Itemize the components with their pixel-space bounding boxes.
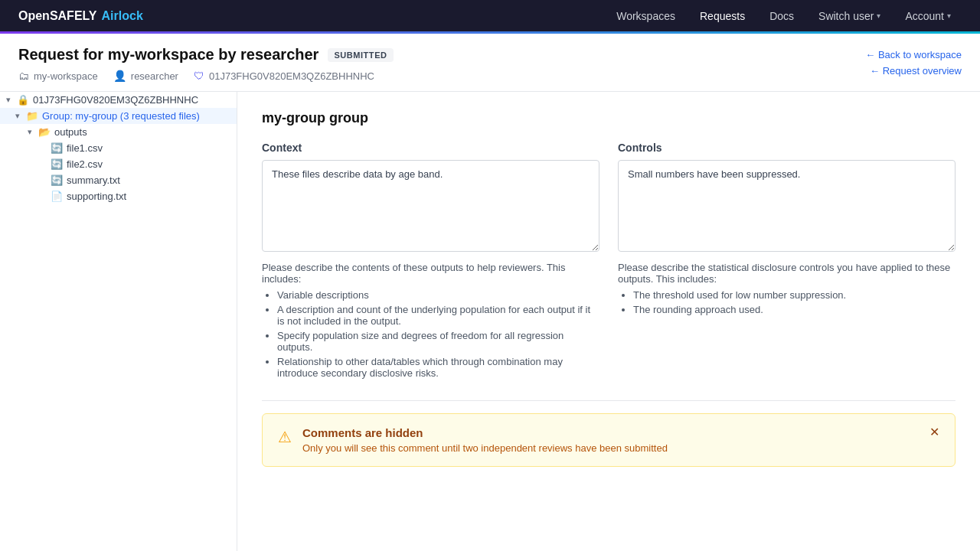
controls-bullet-1: The threshold used for low number suppre… <box>633 289 956 301</box>
tree-root-label: 01J73FHG0V820EM3QZ6ZBHHNHC <box>33 94 198 106</box>
navbar: OpenSAFELY Airlock Workspaces Requests D… <box>0 0 980 34</box>
meta-workspace: 🗂 my-workspace <box>18 70 98 82</box>
root-chevron-icon: ▾ <box>6 95 17 105</box>
body-layout: ▾ 🔒 01J73FHG0V820EM3QZ6ZBHHNHC ▾ 📁 Group… <box>0 92 980 551</box>
workspace-value: my-workspace <box>34 70 98 82</box>
group-icon: 📁 <box>26 110 38 122</box>
status-badge: SUBMITTED <box>328 48 393 62</box>
group-title: my-group group <box>262 110 956 126</box>
context-description: Please describe the contents of these ou… <box>262 262 599 379</box>
file-orange-icon-2: 🔄 <box>51 158 63 170</box>
banner-text: Only you will see this comment until two… <box>302 442 668 454</box>
nav-account[interactable]: Account ▾ <box>894 4 962 28</box>
account-chevron-icon: ▾ <box>947 11 951 20</box>
researcher-icon: 👤 <box>113 70 126 82</box>
controls-textarea[interactable] <box>618 160 956 252</box>
tree-file1[interactable]: ▸ 🔄 file1.csv <box>0 140 237 156</box>
context-bullet-1: Variable descriptions <box>277 289 599 301</box>
page-header: Request for my-workspace by researcher S… <box>0 34 980 92</box>
tree-group-label: Group: my-group (3 requested files) <box>42 110 200 122</box>
tree-summary-label: summary.txt <box>67 174 120 186</box>
brand: OpenSAFELY Airlock <box>18 9 143 23</box>
shield-icon: 🛡 <box>194 70 204 82</box>
controls-section: Controls Please describe the statistical… <box>618 142 956 382</box>
banner-title: Comments are hidden <box>302 426 668 439</box>
controls-bullet-2: The rounding approach used. <box>633 304 956 315</box>
lock-icon: 🔒 <box>17 94 29 106</box>
context-section: Context Please describe the contents of … <box>262 142 599 382</box>
tree-root[interactable]: ▾ 🔒 01J73FHG0V820EM3QZ6ZBHHNHC <box>0 92 237 108</box>
context-textarea[interactable] <box>262 160 599 252</box>
context-label: Context <box>262 142 599 154</box>
tree-file1-label: file1.csv <box>67 142 103 154</box>
nav-docs[interactable]: Docs <box>759 4 805 28</box>
nav-requests[interactable]: Requests <box>689 4 756 28</box>
tree-outputs-label: outputs <box>54 126 87 138</box>
comments-banner: ⚠ Comments are hidden Only you will see … <box>262 413 956 467</box>
nav-switch-user[interactable]: Switch user ▾ <box>808 4 891 28</box>
brand-opensafely: OpenSAFELY <box>18 9 97 23</box>
meta-id: 🛡 01J73FHG0V820EM3QZ6ZBHHNHC <box>194 70 374 82</box>
request-id: 01J73FHG0V820EM3QZ6ZBHHNHC <box>209 70 374 82</box>
group-chevron-icon: ▾ <box>15 111 26 121</box>
controls-label: Controls <box>618 142 956 154</box>
page-title: Request for my-workspace by researcher <box>18 46 318 64</box>
controls-description: Please describe the statistical disclosu… <box>618 262 956 315</box>
tree-supporting[interactable]: ▸ 📄 supporting.txt <box>0 188 237 204</box>
workspace-icon: 🗂 <box>18 70 29 82</box>
tree-outputs[interactable]: ▾ 📂 outputs <box>0 124 237 140</box>
controls-bullets: The threshold used for low number suppre… <box>633 289 956 315</box>
nav-workspaces[interactable]: Workspaces <box>606 4 686 28</box>
switch-user-chevron-icon: ▾ <box>877 11 880 20</box>
outputs-chevron-icon: ▾ <box>28 127 38 137</box>
request-overview-link[interactable]: ← Request overview <box>865 65 962 77</box>
meta-researcher: 👤 researcher <box>113 70 178 82</box>
file-gray-icon: 📄 <box>51 191 63 202</box>
folder-icon: 📂 <box>38 126 51 138</box>
page-meta: 🗂 my-workspace 👤 researcher 🛡 01J73FHG0V… <box>18 70 394 82</box>
tree-file2-label: file2.csv <box>67 158 103 170</box>
page-header-right: ← Back to workspace ← Request overview <box>865 49 962 77</box>
tree-supporting-label: supporting.txt <box>67 191 126 202</box>
page-header-left: Request for my-workspace by researcher S… <box>18 46 394 82</box>
researcher-value: researcher <box>131 70 178 82</box>
file-orange-icon-1: 🔄 <box>51 142 63 154</box>
warning-icon: ⚠ <box>278 428 292 446</box>
tree-group[interactable]: ▾ 📁 Group: my-group (3 requested files) <box>0 108 237 124</box>
context-controls-grid: Context Please describe the contents of … <box>262 142 956 382</box>
context-bullet-3: Specify population size and degrees of f… <box>277 330 599 353</box>
context-bullet-2: A description and count of the underlyin… <box>277 304 599 327</box>
sidebar: ▾ 🔒 01J73FHG0V820EM3QZ6ZBHHNHC ▾ 📁 Group… <box>0 92 237 551</box>
tree-summary[interactable]: ▸ 🔄 summary.txt <box>0 172 237 188</box>
banner-content: Comments are hidden Only you will see th… <box>302 426 668 454</box>
back-to-workspace-link[interactable]: ← Back to workspace <box>865 49 962 60</box>
file-orange-icon-3: 🔄 <box>51 174 63 186</box>
tree-file2[interactable]: ▸ 🔄 file2.csv <box>0 156 237 172</box>
navbar-links: Workspaces Requests Docs Switch user ▾ A… <box>606 4 962 28</box>
brand-airlock: Airlock <box>102 9 143 23</box>
context-bullet-4: Relationship to other data/tables which … <box>277 356 599 379</box>
page-title-row: Request for my-workspace by researcher S… <box>18 46 394 64</box>
context-bullets: Variable descriptions A description and … <box>277 289 599 379</box>
section-divider <box>262 400 956 401</box>
banner-close-button[interactable]: ✕ <box>925 423 944 441</box>
main-content: my-group group Context Please describe t… <box>237 92 980 551</box>
